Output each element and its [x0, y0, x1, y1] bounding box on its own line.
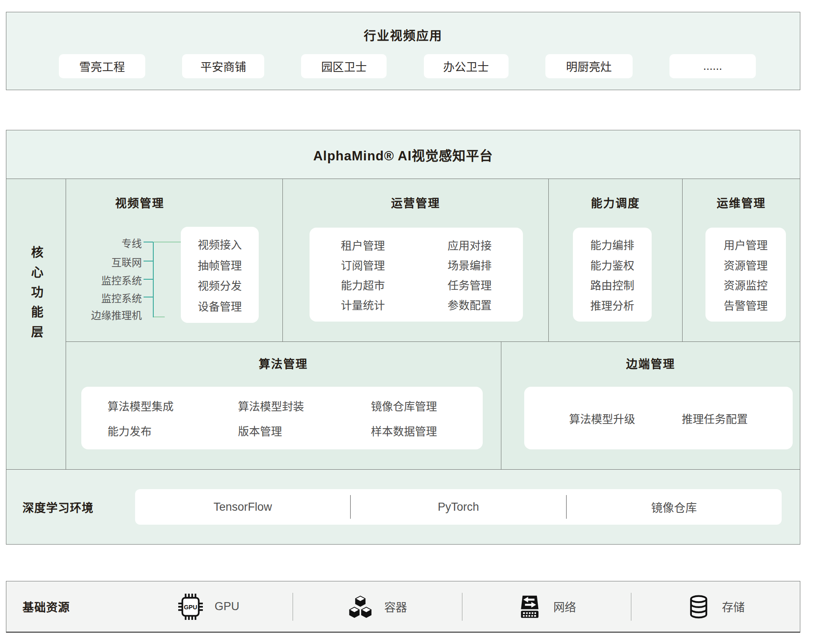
base-resource-name: 存储: [722, 598, 745, 615]
section-title: 运营管理: [283, 194, 548, 211]
platform-body: 核心功能层 视频管理 专线 互联网 监控系统 监控系统 边缘推理机: [6, 179, 800, 544]
function-item: 算法模型升级: [569, 410, 635, 426]
connector-stub: [144, 261, 153, 261]
connector-to-box: [154, 242, 181, 242]
function-item: 推理任务配置: [682, 410, 748, 426]
function-item: 版本管理: [238, 423, 282, 438]
app-item: 园区卫士: [301, 54, 387, 78]
base-resource-name: 网络: [553, 598, 576, 615]
section-title: 运维管理: [683, 194, 800, 211]
function-row-2: 算法管理 算法模型集成 能力发布 算法模型封装 版本管理 镜像仓库管理 样本数据…: [66, 341, 800, 469]
platform-panel: AlphaMind® AI视觉感知平台 核心功能层 视频管理 专线 互联网 监控…: [6, 130, 800, 545]
operations-column: 应用对接 场景编排 任务管理 参数配置: [416, 228, 523, 322]
industry-apps-row: 雪亮工程 平安商铺 园区卫士 办公卫士 明厨亮灶 ......: [6, 54, 800, 78]
function-item: 抽帧管理: [198, 257, 242, 272]
function-item: 镜像仓库管理: [371, 398, 437, 413]
video-source-label: 边缘推理机: [91, 307, 142, 322]
function-item: 算法模型集成: [108, 398, 174, 413]
connector-stub: [144, 297, 153, 297]
industry-apps-title: 行业视频应用: [6, 12, 800, 44]
section-edge-management: 边端管理 算法模型升级 推理任务配置: [501, 341, 800, 469]
dl-framework-item: 镜像仓库: [567, 499, 782, 515]
section-title: 视频管理: [66, 194, 214, 211]
section-algorithm-management: 算法管理 算法模型集成 能力发布 算法模型封装 版本管理 镜像仓库管理 样本数据…: [66, 341, 501, 469]
function-item: 能力发布: [108, 423, 152, 438]
app-item: 平安商铺: [182, 54, 264, 78]
function-item: 资源管理: [724, 257, 768, 272]
container-icon: [348, 594, 373, 619]
section-title: 边端管理: [501, 355, 800, 372]
app-item: 雪亮工程: [59, 54, 145, 78]
base-resource-container: 容器: [293, 594, 462, 619]
connector-stub: [144, 242, 153, 242]
function-row-1: 视频管理 专线 互联网 监控系统 监控系统 边缘推理机 视频接入 抽帧管理 视频…: [66, 179, 800, 342]
base-resource-storage: 存储: [631, 594, 800, 619]
deep-learning-bar: TensorFlow PyTorch 镜像仓库: [135, 489, 782, 525]
algorithm-column: 算法模型封装 版本管理: [238, 398, 371, 438]
connector-stub: [144, 279, 153, 280]
base-resource-network: 网络: [462, 594, 631, 619]
network-icon: [517, 594, 542, 619]
function-item: 场景编排: [448, 257, 492, 272]
function-item: 订阅管理: [341, 257, 385, 272]
video-source-label: 互联网: [111, 254, 142, 269]
video-source-label: 专线: [122, 235, 142, 250]
operations-column: 租户管理 订阅管理 能力超市 计量统计: [310, 228, 416, 322]
app-item-more: ......: [669, 54, 756, 78]
section-capability-scheduling: 能力调度 能力编排 能力鉴权 路由控制 推理分析: [549, 179, 683, 341]
algorithm-column: 镜像仓库管理 样本数据管理: [371, 398, 437, 438]
function-item: 视频接入: [198, 236, 242, 252]
platform-title: AlphaMind® AI视觉感知平台: [6, 130, 800, 179]
video-source-label: 监控系统: [101, 290, 142, 305]
core-function-layer-label: 核心功能层: [27, 246, 45, 345]
capability-functions-box: 能力编排 能力鉴权 路由控制 推理分析: [573, 228, 652, 322]
function-item: 能力编排: [590, 237, 634, 252]
video-functions-box: 视频接入 抽帧管理 视频分发 设备管理: [181, 227, 259, 323]
video-source-label: 监控系统: [101, 272, 142, 287]
section-video-management: 视频管理 专线 互联网 监控系统 监控系统 边缘推理机 视频接入 抽帧管理 视频…: [66, 179, 283, 341]
function-item: 计量统计: [341, 297, 385, 312]
storage-icon: [686, 594, 711, 619]
core-function-layer-column: 核心功能层: [6, 179, 66, 469]
section-title: 算法管理: [66, 355, 501, 372]
base-resource-gpu: GPU GPU: [124, 594, 293, 620]
connector-stub-bottom: [154, 316, 165, 317]
industry-apps-panel: 行业视频应用 雪亮工程 平安商铺 园区卫士 办公卫士 明厨亮灶 ......: [6, 12, 800, 90]
dl-framework-item: PyTorch: [351, 501, 566, 514]
operations-functions-box: 租户管理 订阅管理 能力超市 计量统计 应用对接 场景编排 任务管理 参数配置: [310, 228, 523, 322]
function-item: 用户管理: [724, 237, 768, 252]
function-item: 应用对接: [448, 237, 492, 253]
connector-spine: [153, 242, 154, 317]
function-item: 告警管理: [724, 297, 768, 313]
function-item: 能力鉴权: [590, 257, 634, 272]
section-title: 能力调度: [549, 194, 682, 211]
svg-text:GPU: GPU: [184, 603, 197, 610]
function-item: 设备管理: [198, 298, 242, 314]
app-item: 办公卫士: [424, 54, 509, 78]
algorithm-column: 算法模型集成 能力发布: [108, 398, 238, 438]
function-item: 视频分发: [198, 277, 242, 293]
edge-functions-box: 算法模型升级 推理任务配置: [524, 387, 793, 449]
algorithm-functions-box: 算法模型集成 能力发布 算法模型封装 版本管理 镜像仓库管理 样本数据管理: [81, 387, 483, 449]
function-item: 推理分析: [590, 297, 634, 313]
section-om-management: 运维管理 用户管理 资源管理 资源监控 告警管理: [683, 179, 800, 341]
function-item: 样本数据管理: [371, 423, 437, 438]
function-item: 租户管理: [341, 237, 385, 253]
gpu-icon: GPU: [177, 594, 204, 620]
base-resource-name: 容器: [384, 598, 407, 615]
dl-framework-item: TensorFlow: [135, 501, 350, 514]
om-functions-box: 用户管理 资源管理 资源监控 告警管理: [705, 228, 786, 322]
function-item: 算法模型封装: [238, 398, 304, 413]
function-item: 参数配置: [448, 297, 492, 312]
function-item: 资源监控: [724, 277, 768, 292]
deep-learning-row: 深度学习环境 TensorFlow PyTorch 镜像仓库: [6, 469, 800, 544]
base-resource-name: GPU: [215, 600, 240, 613]
function-item: 路由控制: [590, 277, 634, 292]
base-resources-bar: 基础资源 GPU GPU: [6, 581, 800, 633]
deep-learning-label: 深度学习环境: [22, 499, 94, 515]
function-item: 任务管理: [448, 277, 492, 292]
app-item: 明厨亮灶: [545, 54, 633, 78]
base-resources-label: 基础资源: [22, 598, 124, 615]
section-operations-management: 运营管理 租户管理 订阅管理 能力超市 计量统计 应用对接 场景编排 任务管理 …: [283, 179, 549, 341]
function-item: 能力超市: [341, 277, 385, 292]
